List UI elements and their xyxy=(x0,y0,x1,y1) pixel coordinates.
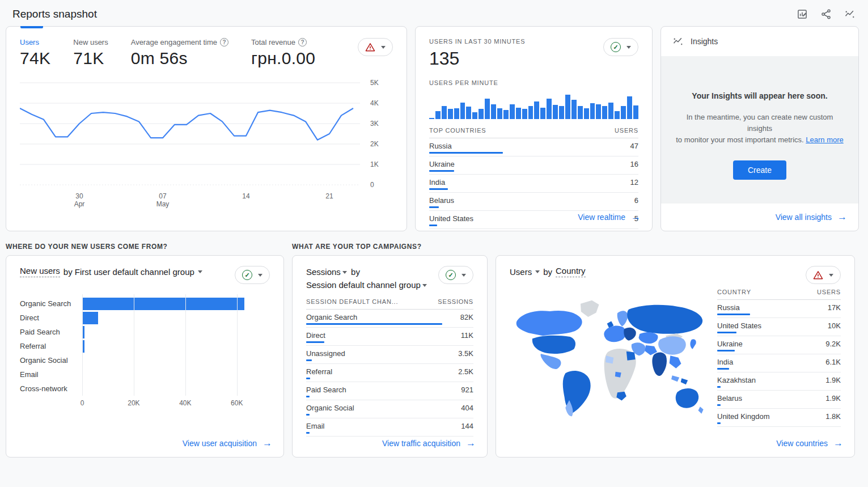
minute-bar xyxy=(602,106,607,119)
chevron-down-icon[interactable] xyxy=(198,270,202,273)
create-insight-button[interactable]: Create xyxy=(733,160,786,180)
data-quality-dropdown[interactable]: ✓ xyxy=(438,266,473,284)
table-row: Ukraine16 xyxy=(429,156,638,175)
metric-label: Average engagement time xyxy=(131,38,217,46)
row-value: 1.9K xyxy=(825,394,841,403)
row-minibar xyxy=(306,396,310,397)
x-tick-label: 20K xyxy=(128,399,139,407)
users-per-minute-chart xyxy=(429,92,638,119)
metric-tab-engagement-time[interactable]: Average engagement time ? 0m 56s xyxy=(131,38,228,68)
metric-label: Total revenue xyxy=(251,38,295,46)
top-bar: Reports snapshot xyxy=(0,0,868,26)
table-row: India12 xyxy=(429,175,638,193)
row-label: Russia xyxy=(717,303,740,312)
channels-bar-chart: Organic SearchDirectPaid SearchReferralO… xyxy=(20,297,270,396)
table-row: India6.1K xyxy=(717,354,841,372)
row-label: Russia xyxy=(429,142,452,150)
dimension-selector[interactable]: Session default channel group xyxy=(306,280,421,290)
x-tick-label: 0 xyxy=(81,399,84,407)
row-minibar xyxy=(717,386,721,388)
arrow-right-icon: → xyxy=(837,211,847,223)
view-realtime-link[interactable]: View realtime→ xyxy=(578,211,641,223)
column-header: USERS xyxy=(615,127,638,134)
metric-tab-new-users[interactable]: New users 71K xyxy=(73,38,108,68)
users-by-country-card: Users by Country xyxy=(496,255,855,458)
row-minibar xyxy=(306,323,442,325)
svg-text:5K: 5K xyxy=(370,79,379,87)
table-row: Email144 xyxy=(306,418,473,437)
row-minibar xyxy=(429,188,448,190)
data-quality-dropdown[interactable] xyxy=(806,266,841,284)
chevron-down-icon[interactable] xyxy=(422,284,427,287)
svg-text:2K: 2K xyxy=(370,140,379,148)
row-value: 12 xyxy=(630,178,638,187)
category-label: Organic Social xyxy=(20,356,82,365)
per-minute-label: USERS PER MINUTE xyxy=(429,79,638,86)
row-minibar xyxy=(306,359,312,361)
chevron-down-icon xyxy=(381,46,386,49)
minute-bar xyxy=(429,118,434,119)
metric-tab-total-revenue[interactable]: Total revenue ? грн.0.00 xyxy=(251,38,315,68)
minute-bar xyxy=(503,110,509,119)
row-minibar xyxy=(717,350,735,352)
category-label: Email xyxy=(20,370,82,379)
metric-selector[interactable]: Users xyxy=(510,267,532,277)
minute-bar xyxy=(516,108,521,119)
minute-bar xyxy=(435,111,441,119)
minute-bar xyxy=(608,103,613,119)
help-icon[interactable]: ? xyxy=(220,38,228,46)
section-title-campaigns: WHAT ARE YOUR TOP CAMPAIGNS? xyxy=(292,243,496,251)
table-row: Paid Search921 xyxy=(306,382,473,400)
row-minibar xyxy=(429,152,503,154)
metric-value: 71K xyxy=(73,49,108,68)
row-value: 1.8K xyxy=(825,412,841,421)
users-trend-chart: 01K2K3K4K5K30Apr07May1421 xyxy=(20,76,394,218)
help-icon[interactable]: ? xyxy=(298,38,307,46)
chevron-down-icon[interactable] xyxy=(342,271,347,274)
chevron-down-icon[interactable] xyxy=(535,270,540,273)
metric-value: грн.0.00 xyxy=(251,49,315,68)
data-quality-dropdown[interactable] xyxy=(358,38,393,56)
customize-report-icon[interactable] xyxy=(797,9,808,20)
svg-text:30: 30 xyxy=(75,192,83,200)
dimension-selector[interactable]: Country xyxy=(556,266,586,277)
warning-icon xyxy=(365,43,375,52)
chevron-down-icon xyxy=(626,46,631,49)
row-value: 404 xyxy=(461,404,473,412)
insights-icon[interactable] xyxy=(844,9,856,20)
x-tick-label: 60K xyxy=(231,399,243,407)
chevron-down-icon xyxy=(461,274,466,277)
column-header: SESSIONS xyxy=(438,298,473,305)
row-minibar xyxy=(306,414,310,416)
view-all-insights-link[interactable]: View all insights→ xyxy=(776,211,847,223)
metric-tab-users[interactable]: Users 74K xyxy=(20,38,50,68)
data-quality-dropdown[interactable]: ✓ xyxy=(603,38,638,56)
row-value: 6 xyxy=(634,196,638,205)
view-user-acquisition-link[interactable]: View user acquisition→ xyxy=(183,438,272,449)
row-minibar xyxy=(717,314,750,315)
minute-bar xyxy=(578,106,583,119)
world-choropleth-map xyxy=(510,289,708,425)
hbar-row: Email xyxy=(20,367,270,382)
view-countries-link[interactable]: View countries→ xyxy=(776,438,843,449)
learn-more-link[interactable]: Learn more xyxy=(806,135,843,144)
insights-card: Insights Your Insights will appear here … xyxy=(660,26,859,231)
minute-bar xyxy=(571,100,577,119)
metric-selector[interactable]: Sessions xyxy=(306,267,341,277)
table-row: Russia47 xyxy=(429,138,638,156)
minute-bar xyxy=(522,109,527,119)
minute-bar xyxy=(448,109,453,119)
minute-bar xyxy=(633,105,638,119)
share-icon[interactable] xyxy=(820,9,832,20)
chart-title: New users by First user default channel … xyxy=(20,266,202,277)
row-overview: Users 74K New users 71K Average engageme… xyxy=(0,26,868,231)
x-tick-label: 40K xyxy=(179,399,191,407)
minute-bar xyxy=(460,103,465,119)
minute-bar xyxy=(528,106,533,119)
sessions-table: Organic Search82KDirect11KUnassigned3.5K… xyxy=(306,310,473,437)
insights-header-label: Insights xyxy=(691,37,718,46)
view-traffic-acquisition-link[interactable]: View traffic acquisition→ xyxy=(382,438,476,449)
metric-selector[interactable]: New users xyxy=(20,266,60,277)
table-row: Kazakhstan1.9K xyxy=(717,372,841,391)
data-quality-dropdown[interactable]: ✓ xyxy=(235,266,270,284)
